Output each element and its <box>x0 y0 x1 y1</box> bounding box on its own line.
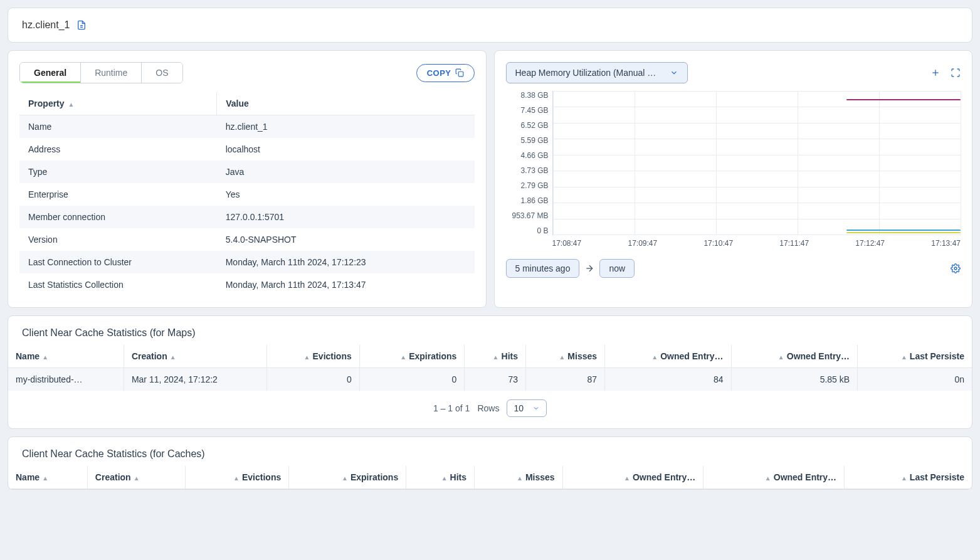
cell-property: Member connection <box>19 206 217 228</box>
cell-property: Last Statistics Collection <box>19 273 217 296</box>
rows-per-page-select[interactable]: 10 <box>507 399 547 417</box>
col-head[interactable]: ▲Expirations <box>289 466 406 489</box>
series-heap-used-b <box>846 232 961 233</box>
maps-pager: 1 – 1 of 1 Rows 10 <box>8 391 972 428</box>
caches-stats-table: Name▲Creation▲▲Evictions▲Expirations▲Hit… <box>8 466 972 489</box>
cell-hits: 73 <box>465 368 526 391</box>
cell-property: Version <box>19 228 217 251</box>
cell-value: localhost <box>217 138 475 161</box>
chevron-down-icon <box>532 404 540 412</box>
tab-runtime[interactable]: Runtime <box>81 63 142 83</box>
table-row: TypeJava <box>19 161 475 183</box>
table-row: Last Statistics CollectionMonday, March … <box>19 273 475 296</box>
table-row: my-distributed-…Mar 11, 2024, 17:12:2007… <box>8 368 972 391</box>
document-icon[interactable] <box>76 20 87 30</box>
pager-rows-label: Rows <box>477 403 499 413</box>
chart-plot: 8.38 GB7.45 GB6.52 GB5.59 GB4.66 GB3.73 … <box>506 91 961 235</box>
cell-owned-mem: 5.85 kB <box>731 368 858 391</box>
col-head[interactable]: ▲Misses <box>475 466 563 489</box>
cell-value: Monday, March 11th 2024, 17:12:23 <box>217 251 475 273</box>
sort-icon: ▲ <box>400 354 406 361</box>
col-head[interactable]: ▲Last Persiste <box>845 466 972 489</box>
chart-card: Heap Memory Utilization (Manual Selec… 8… <box>494 50 973 308</box>
sort-icon: ▲ <box>42 475 48 482</box>
cell-value: hz.client_1 <box>217 115 475 139</box>
time-range-from[interactable]: 5 minutes ago <box>506 259 580 278</box>
page-header: hz.client_1 <box>8 8 972 43</box>
table-row: EnterpriseYes <box>19 183 475 206</box>
sort-icon: ▲ <box>68 101 75 108</box>
table-row: Member connection127.0.0.1:5701 <box>19 206 475 228</box>
y-tick: 4.66 GB <box>520 151 548 160</box>
sort-icon: ▲ <box>778 354 784 361</box>
fullscreen-icon[interactable] <box>951 68 961 78</box>
series-heap-max <box>846 99 961 100</box>
cell-last-persist: 0n <box>858 368 972 391</box>
col-head[interactable]: ▲Hits <box>406 466 475 489</box>
copy-icon <box>455 68 464 77</box>
details-tabs: General Runtime OS <box>19 62 183 83</box>
col-head[interactable]: ▲Owned Entry… <box>605 345 732 368</box>
cell-value: 127.0.0.1:5701 <box>217 206 475 228</box>
time-range-to[interactable]: now <box>599 259 635 278</box>
y-tick: 3.73 GB <box>520 166 548 175</box>
col-head[interactable]: ▲Hits <box>465 345 526 368</box>
col-head[interactable]: ▲Owned Entry… <box>731 345 858 368</box>
col-head[interactable]: ▲Misses <box>525 345 604 368</box>
col-head[interactable]: ▲Expirations <box>359 345 465 368</box>
sort-icon: ▲ <box>624 475 630 482</box>
gear-icon[interactable] <box>951 263 961 273</box>
chart-metric-selector[interactable]: Heap Memory Utilization (Manual Selec… <box>506 62 688 83</box>
page-title: hz.client_1 <box>22 19 70 31</box>
y-tick: 8.38 GB <box>520 91 548 100</box>
table-row: Namehz.client_1 <box>19 115 475 139</box>
tab-general[interactable]: General <box>20 63 81 83</box>
sort-icon: ▲ <box>651 354 658 361</box>
col-head[interactable]: Name▲ <box>8 466 87 489</box>
sort-icon: ▲ <box>559 354 565 361</box>
sort-icon: ▲ <box>170 354 176 361</box>
x-tick: 17:11:47 <box>779 239 809 248</box>
sort-icon: ▲ <box>233 475 240 482</box>
cell-property: Name <box>19 115 217 139</box>
col-head[interactable]: ▲Evictions <box>186 466 289 489</box>
col-head[interactable]: ▲Evictions <box>266 345 359 368</box>
details-table: Property▲ Value Namehz.client_1Addresslo… <box>19 92 475 296</box>
chart-metric-label: Heap Memory Utilization (Manual Selec… <box>515 68 661 78</box>
y-tick: 2.79 GB <box>520 181 548 190</box>
cell-property: Enterprise <box>19 183 217 206</box>
x-tick: 17:12:47 <box>855 239 885 248</box>
tab-os[interactable]: OS <box>142 63 182 83</box>
cell-evictions: 0 <box>266 368 359 391</box>
table-row: Last Connection to ClusterMonday, March … <box>19 251 475 273</box>
col-head[interactable]: ▲Owned Entry… <box>562 466 703 489</box>
table-row: Addresslocalhost <box>19 138 475 161</box>
caches-stats-title: Client Near Cache Statistics (for Caches… <box>8 437 972 466</box>
x-tick: 17:10:47 <box>703 239 733 248</box>
col-head[interactable]: Creation▲ <box>124 345 266 368</box>
col-head[interactable]: ▲Owned Entry… <box>703 466 845 489</box>
col-head[interactable]: Creation▲ <box>87 466 185 489</box>
sort-icon: ▲ <box>765 475 771 482</box>
series-heap-used-a <box>846 230 961 231</box>
col-value[interactable]: Value <box>217 92 475 115</box>
sort-icon: ▲ <box>42 354 48 361</box>
col-head[interactable]: Name▲ <box>8 345 124 368</box>
cell-value: Yes <box>217 183 475 206</box>
col-property[interactable]: Property▲ <box>19 92 217 115</box>
cell-property: Address <box>19 138 217 161</box>
chevron-down-icon <box>670 68 678 77</box>
copy-button[interactable]: COPY <box>416 64 475 82</box>
add-chart-icon[interactable] <box>930 68 940 78</box>
col-head[interactable]: ▲Last Persiste <box>858 345 972 368</box>
maps-stats-card: Client Near Cache Statistics (for Maps) … <box>8 315 972 429</box>
table-row: Version5.4.0-SNAPSHOT <box>19 228 475 251</box>
y-tick: 6.52 GB <box>520 121 548 130</box>
sort-icon: ▲ <box>441 475 448 482</box>
pager-range: 1 – 1 of 1 <box>433 403 470 413</box>
sort-icon: ▲ <box>901 354 907 361</box>
maps-stats-title: Client Near Cache Statistics (for Maps) <box>8 316 972 345</box>
y-tick: 7.45 GB <box>520 106 548 115</box>
y-tick: 0 B <box>537 226 548 235</box>
cell-expirations: 0 <box>359 368 465 391</box>
